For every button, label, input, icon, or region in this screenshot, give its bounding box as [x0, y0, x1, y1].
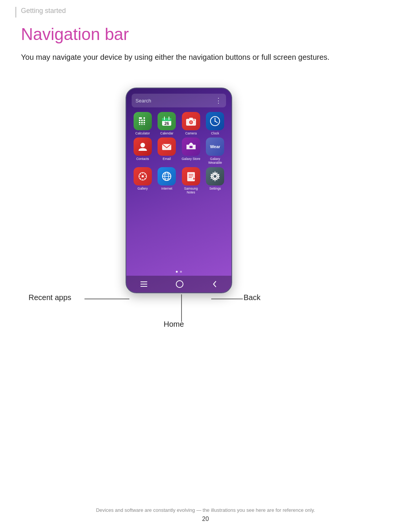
app-item-clock: Clock [204, 112, 226, 135]
svg-rect-7 [143, 122, 145, 123]
page-indicator [126, 271, 231, 273]
svg-rect-0 [139, 117, 142, 119]
page-number: 20 [0, 516, 411, 522]
svg-point-30 [142, 175, 144, 177]
app-item-settings: Settings [204, 167, 226, 194]
svg-rect-52 [140, 286, 147, 287]
breadcrumb: Getting started [21, 7, 66, 15]
svg-rect-20 [189, 118, 193, 120]
camera-icon [182, 112, 200, 130]
app-grid: Calculator 26 Calendar [132, 112, 226, 194]
galaxy-wearable-label: Galaxy Wearable [204, 157, 226, 165]
calendar-label: Calendar [160, 131, 174, 135]
home-btn [175, 280, 184, 288]
back-btn [212, 281, 217, 288]
svg-rect-1 [143, 117, 145, 119]
svg-rect-44 [187, 172, 195, 181]
page-title: Navigation bar [21, 25, 129, 44]
svg-point-26 [140, 143, 145, 147]
email-icon [158, 137, 176, 156]
email-label: Email [163, 157, 171, 161]
phone-frame: Search ⋮ [126, 88, 232, 293]
search-bar-menu-icon: ⋮ [215, 96, 222, 105]
galaxy-store-icon [182, 137, 200, 156]
page-border-accent [15, 7, 16, 18]
gallery-label: Gallery [137, 187, 148, 190]
samsung-notes-label: Samsung Notes [184, 187, 198, 194]
calculator-label: Calculator [135, 131, 150, 135]
svg-line-37 [144, 174, 145, 175]
page-dot-2 [180, 271, 182, 273]
clock-icon [206, 112, 224, 130]
app-item-galaxy-wearable: Wear Galaxy Wearable [204, 137, 226, 165]
app-item-email: Email [156, 137, 178, 165]
contacts-label: Contacts [136, 157, 149, 161]
svg-rect-2 [143, 120, 145, 121]
label-back: Back [244, 293, 260, 302]
gallery-icon [134, 167, 152, 185]
svg-line-36 [144, 178, 145, 179]
phone-nav-bar [126, 276, 231, 292]
galaxy-wearable-icon: Wear [206, 137, 224, 156]
app-item-samsung-notes: Samsung Notes [180, 167, 202, 194]
app-item-contacts: Contacts [132, 137, 154, 165]
recent-apps-btn [140, 281, 147, 287]
svg-point-19 [190, 121, 192, 124]
svg-point-49 [213, 174, 217, 178]
svg-line-38 [140, 178, 141, 179]
phone-mockup: Search ⋮ [126, 88, 232, 293]
svg-line-35 [140, 174, 141, 175]
settings-icon [206, 167, 224, 185]
app-item-gallery: Gallery [132, 167, 154, 194]
phone-search-bar: Search ⋮ [132, 94, 226, 107]
galaxy-store-label: Galaxy Store [182, 157, 200, 161]
label-home: Home [164, 320, 184, 329]
svg-rect-50 [140, 281, 147, 282]
app-item-calculator: Calculator [132, 112, 154, 135]
svg-rect-4 [141, 120, 143, 121]
svg-point-21 [193, 120, 194, 121]
clock-label: Clock [211, 131, 219, 135]
svg-text:26: 26 [164, 121, 169, 126]
svg-rect-6 [141, 122, 143, 123]
page-dot-1 [176, 271, 178, 273]
svg-rect-9 [141, 124, 143, 125]
app-item-galaxy-store: Galaxy Store [180, 137, 202, 165]
svg-rect-3 [139, 120, 140, 121]
svg-rect-5 [139, 122, 140, 123]
app-item-calendar: 26 Calendar [156, 112, 178, 135]
svg-rect-8 [139, 124, 140, 125]
calendar-icon: 26 [158, 112, 176, 130]
app-item-internet: Internet [156, 167, 178, 194]
internet-icon [158, 167, 176, 185]
contacts-icon [134, 137, 152, 156]
svg-rect-51 [140, 284, 147, 284]
footer-note: Devices and software are constantly evol… [0, 507, 411, 513]
svg-point-53 [176, 281, 183, 288]
label-recent-apps: Recent apps [29, 293, 71, 302]
svg-rect-10 [143, 124, 145, 125]
camera-label: Camera [185, 131, 197, 135]
svg-point-25 [215, 121, 216, 122]
internet-label: Internet [161, 187, 172, 190]
svg-rect-28 [190, 146, 193, 148]
page-description: You may navigate your device by using ei… [21, 51, 363, 63]
search-bar-text: Search [135, 98, 151, 104]
samsung-notes-icon [182, 167, 200, 185]
app-item-camera: Camera [180, 112, 202, 135]
settings-label: Settings [209, 187, 221, 190]
calculator-icon [134, 112, 152, 130]
